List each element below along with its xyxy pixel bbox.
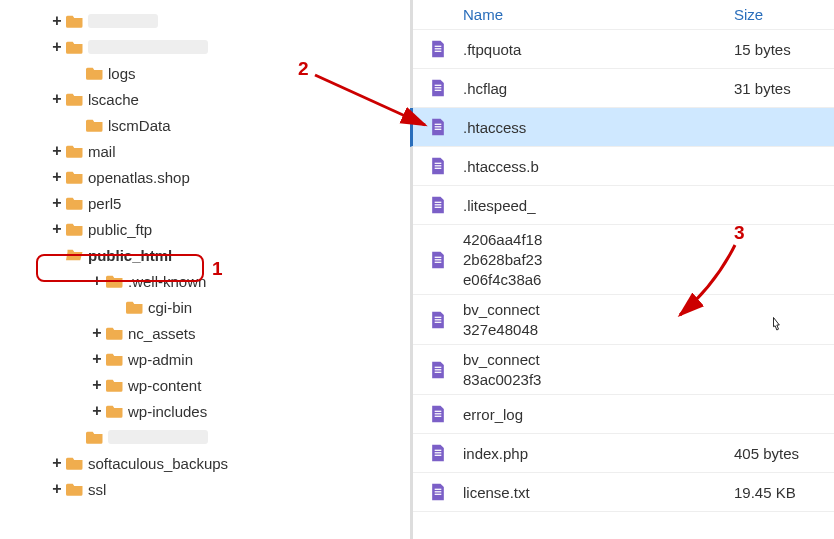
folder-closed-icon xyxy=(66,40,84,54)
folder-closed-icon xyxy=(106,404,124,418)
file-row[interactable]: bv_connect 83ac0023f3 xyxy=(413,345,834,395)
step-2-label: 2 xyxy=(298,58,309,80)
tree-item[interactable]: +public_ftp xyxy=(8,216,410,242)
file-row[interactable]: license.txt19.45 KB xyxy=(413,473,834,512)
tree-label: perl5 xyxy=(88,195,121,212)
file-name: bv_connect 327e48048 xyxy=(463,300,734,340)
file-icon xyxy=(413,76,463,100)
tree-label: lscache xyxy=(88,91,139,108)
tree-item[interactable]: +lscache xyxy=(8,86,410,112)
file-name: .ftpquota xyxy=(463,41,734,58)
file-name: .litespeed_ xyxy=(463,197,734,214)
file-name: .hcflag xyxy=(463,80,734,97)
folder-closed-icon xyxy=(86,66,104,80)
expand-icon[interactable]: + xyxy=(50,142,64,160)
folder-closed-icon xyxy=(106,378,124,392)
tree-label: wp-content xyxy=(128,377,201,394)
tree-item[interactable]: +wp-admin xyxy=(8,346,410,372)
file-size: 31 bytes xyxy=(734,80,834,97)
tree-label: wp-includes xyxy=(128,403,207,420)
folder-closed-icon xyxy=(66,456,84,470)
folder-closed-icon xyxy=(66,222,84,236)
folder-closed-icon xyxy=(66,170,84,184)
expand-icon[interactable]: + xyxy=(50,90,64,108)
tree-label: logs xyxy=(108,65,136,82)
tree-item[interactable]: +wp-content xyxy=(8,372,410,398)
folder-closed-icon xyxy=(66,92,84,106)
expand-icon[interactable]: + xyxy=(90,350,104,368)
file-row[interactable]: .hcflag31 bytes xyxy=(413,69,834,108)
tree-label: cgi-bin xyxy=(148,299,192,316)
column-size[interactable]: Size xyxy=(734,6,834,23)
tree-item[interactable]: +ssl xyxy=(8,476,410,502)
folder-closed-icon xyxy=(66,144,84,158)
file-name: license.txt xyxy=(463,484,734,501)
file-row[interactable]: index.php405 bytes xyxy=(413,434,834,473)
file-icon xyxy=(413,402,463,426)
file-name: .htaccess xyxy=(463,119,734,136)
file-row[interactable]: .litespeed_ xyxy=(413,186,834,225)
expand-icon[interactable]: + xyxy=(50,220,64,238)
tree-item[interactable]: +softaculous_backups xyxy=(8,450,410,476)
expand-icon[interactable]: + xyxy=(90,324,104,342)
expand-icon[interactable]: + xyxy=(50,168,64,186)
folder-closed-icon xyxy=(86,430,104,444)
tree-item[interactable]: cgi-bin xyxy=(8,294,410,320)
redacted-label xyxy=(88,14,158,28)
tree-label: lscmData xyxy=(108,117,171,134)
expand-icon[interactable]: + xyxy=(50,454,64,472)
file-icon xyxy=(413,193,463,217)
file-list-panel: Name Size .ftpquota15 bytes.hcflag31 byt… xyxy=(410,0,834,539)
tree-label: softaculous_backups xyxy=(88,455,228,472)
file-row[interactable]: .htaccess.b xyxy=(413,147,834,186)
file-icon xyxy=(413,37,463,61)
expand-icon[interactable]: + xyxy=(90,402,104,420)
tree-item[interactable] xyxy=(8,424,410,450)
file-icon xyxy=(413,308,463,332)
file-size: 405 bytes xyxy=(734,445,834,462)
tree-item[interactable]: + xyxy=(8,8,410,34)
file-row[interactable]: .htaccess xyxy=(410,108,834,147)
redacted-label xyxy=(108,430,208,444)
tree-item[interactable]: lscmData xyxy=(8,112,410,138)
tree-label: public_ftp xyxy=(88,221,152,238)
folder-closed-icon xyxy=(106,326,124,340)
file-icon xyxy=(413,358,463,382)
file-name: index.php xyxy=(463,445,734,462)
file-list-header: Name Size xyxy=(413,0,834,30)
tree-item[interactable]: +mail xyxy=(8,138,410,164)
file-icon xyxy=(413,115,463,139)
file-row[interactable]: .ftpquota15 bytes xyxy=(413,30,834,69)
expand-icon[interactable]: + xyxy=(50,194,64,212)
expand-icon[interactable]: + xyxy=(50,480,64,498)
file-size: 15 bytes xyxy=(734,41,834,58)
tree-item[interactable]: +openatlas.shop xyxy=(8,164,410,190)
file-icon xyxy=(413,248,463,272)
file-size: 19.45 KB xyxy=(734,484,834,501)
tree-item[interactable]: +perl5 xyxy=(8,190,410,216)
file-name: .htaccess.b xyxy=(463,158,734,175)
tree-item[interactable]: +wp-includes xyxy=(8,398,410,424)
tree-item[interactable]: logs xyxy=(8,60,410,86)
file-name: error_log xyxy=(463,406,734,423)
file-row[interactable]: 4206aa4f18 2b628baf23 e06f4c38a6 xyxy=(413,225,834,295)
tree-label: ssl xyxy=(88,481,106,498)
annotation-box-1 xyxy=(36,254,204,282)
column-name[interactable]: Name xyxy=(463,6,734,23)
expand-icon[interactable]: + xyxy=(50,12,64,30)
tree-item[interactable]: + xyxy=(8,34,410,60)
file-icon xyxy=(413,441,463,465)
tree-label: openatlas.shop xyxy=(88,169,190,186)
file-name: bv_connect 83ac0023f3 xyxy=(463,350,734,390)
folder-closed-icon xyxy=(66,482,84,496)
folder-closed-icon xyxy=(66,14,84,28)
expand-icon[interactable]: + xyxy=(90,376,104,394)
folder-closed-icon xyxy=(126,300,144,314)
file-row[interactable]: error_log xyxy=(413,395,834,434)
step-1-label: 1 xyxy=(212,258,223,280)
tree-item[interactable]: +nc_assets xyxy=(8,320,410,346)
tree-label: mail xyxy=(88,143,116,160)
file-icon xyxy=(413,480,463,504)
expand-icon[interactable]: + xyxy=(50,38,64,56)
step-3-label: 3 xyxy=(734,222,745,244)
